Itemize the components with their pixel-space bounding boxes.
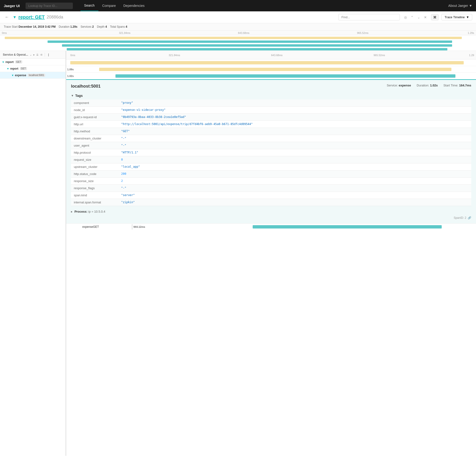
duration-value: 1.29s [70, 25, 77, 28]
trace-start-label: Trace Start [4, 25, 18, 28]
bottom-service-name: expense [82, 225, 93, 228]
span-bar-yellow-2 [99, 68, 452, 71]
ruler-0: 0ms [70, 54, 75, 57]
span-op-1: GET [15, 60, 23, 63]
detail-server-title: localhost:5001 [71, 84, 101, 89]
chevron-right-icon: ▸ [71, 210, 73, 213]
tag-value: 0 [118, 156, 471, 163]
tag-value: "zipkin" [118, 199, 471, 206]
detail-duration: Duration: 1.02s [416, 84, 438, 87]
ruler-965: 965.52ms [374, 54, 385, 57]
tag-value: "GET" [118, 128, 471, 135]
tag-key: guid:x-request-id [71, 114, 118, 121]
tag-key: span.kind [71, 192, 118, 199]
trace-view-selector[interactable]: Trace Timeline ▼ [442, 14, 472, 20]
tag-key: http.status_code [71, 170, 118, 178]
sort-icon[interactable]: ⌄ [30, 53, 32, 56]
tag-value: "http://localhost:5001/api/expense/trip/… [118, 121, 471, 128]
trace-collapse-icon[interactable]: ▼ [13, 15, 17, 19]
chevron-down-icon-3[interactable]: ▼ [11, 74, 14, 77]
tag-key: internal.span.format [71, 199, 118, 206]
find-target-icon[interactable]: ◎ [403, 14, 408, 20]
trace-header: ← ▼ report: GET 20886da ◎ ⌃ ⌄ ✕ ⌘ Trace … [0, 11, 476, 23]
ruler-0ms: 0ms [2, 32, 7, 34]
nav-links: Search Compare Dependencies [80, 0, 148, 11]
span-list-panel: Service & Operat... ⌄ ▸ ⇊ ⇉ ❙ ▼ report G… [0, 51, 66, 456]
span-bar-row-2: 1.09s [66, 66, 476, 73]
tag-key: http.protocol [71, 149, 118, 156]
services-value: 2 [92, 25, 94, 28]
find-controls: ◎ ⌃ ⌄ ✕ [403, 14, 428, 20]
tag-key: http.url [71, 121, 118, 128]
trace-meta: Trace Start December 14, 2019 3:42 PM Du… [0, 23, 476, 31]
bottom-span-duration: 944.12ms [133, 225, 145, 228]
total-spans-value: 4 [126, 25, 127, 28]
bottom-span-bar-container: 944.12ms [133, 224, 476, 230]
span-bar-row-1 [66, 59, 476, 66]
chevron-down-icon[interactable]: ▼ [2, 61, 5, 63]
nav-compare[interactable]: Compare [98, 0, 120, 11]
minimap-bar-1 [5, 37, 462, 39]
bottom-op-badge: GET [93, 225, 99, 228]
span-service-2: report [10, 67, 18, 70]
top-nav: Jaeger UI Search Compare Dependencies Ab… [0, 0, 476, 11]
keyboard-shortcut-icon[interactable]: ⌘ [431, 14, 439, 20]
tag-value: "expense-v1-sidecar-proxy" [118, 106, 471, 114]
nav-search[interactable]: Search [80, 0, 98, 11]
depth-value: 4 [105, 25, 107, 28]
expand-icon[interactable]: ▸ [33, 53, 35, 56]
tag-value: 2 [118, 178, 471, 185]
bottom-span-bar [253, 225, 442, 228]
tag-value: "0b49793a-8baa-4033-8b38-2cea1e0ef5ad" [118, 114, 471, 121]
find-prev-icon[interactable]: ⌃ [409, 14, 415, 20]
total-spans-label: Total Spans [110, 25, 125, 28]
nav-dependencies[interactable]: Dependencies [120, 0, 149, 11]
tag-value: "local_app" [118, 163, 471, 170]
process-section[interactable]: ▸ Process: ip = 10.5.0.4 [71, 210, 471, 213]
span-row-1[interactable]: ▼ report GET [0, 59, 66, 65]
tag-key: node_id [71, 106, 118, 114]
tag-value: "-" [118, 142, 471, 149]
span-op-3: localhost:5001 [28, 74, 45, 77]
collapse-all-icon[interactable]: ⇉ [40, 53, 42, 56]
tag-value: 200 [118, 170, 471, 178]
span-id-link-icon[interactable]: 🔗 [468, 216, 471, 220]
ruler-1290ms: 1.29s [468, 32, 474, 34]
about-jaeger[interactable]: About Jaeger ▼ [448, 4, 472, 8]
expand-all-icon[interactable]: ⇊ [36, 53, 39, 56]
trace-id: 20886da [47, 15, 63, 20]
tags-table: component"proxy"node_id"expense-v1-sidec… [71, 99, 471, 206]
tags-section-header[interactable]: ▼ Tags [71, 94, 471, 97]
span-bar-yellow-1 [70, 61, 464, 64]
span-bar-row-3[interactable]: 1.02s [66, 73, 476, 79]
column-header-text: Service & Operat... [3, 53, 28, 56]
trace-title: ▼ report: GET 20886da [13, 14, 335, 20]
minimap-bar-3 [62, 44, 452, 47]
bottom-span-left: expense GET [66, 224, 133, 229]
ruler-643ms: 643.68ms [238, 32, 249, 34]
drag-handle-icon[interactable]: ❙ [47, 53, 50, 56]
span-id-label: SpanID: 2 [454, 216, 466, 220]
span-row-2[interactable]: ▼ report GET [0, 65, 66, 72]
chevron-down-icon[interactable]: ▼ [7, 67, 9, 70]
tag-value: "-" [118, 135, 471, 142]
chevron-down-icon: ▼ [71, 94, 74, 97]
process-value: ip = 10.5.0.4 [88, 210, 105, 213]
trace-lookup-input[interactable] [26, 3, 73, 9]
span-bar-teal-3 [115, 74, 456, 78]
tags-label: Tags [75, 94, 83, 97]
ruler-643: 643.68ms [271, 54, 282, 57]
brand-logo: Jaeger UI [4, 4, 20, 8]
span-row-3[interactable]: ▼ expense localhost:5001 [0, 72, 66, 79]
find-input[interactable] [338, 14, 400, 20]
detail-start-time: Start Time: 164.7ms [443, 84, 471, 87]
tag-key: upstream_cluster [71, 163, 118, 170]
chevron-down-icon: ▼ [466, 15, 469, 19]
span-service-1: report [5, 60, 14, 64]
find-close-icon[interactable]: ✕ [423, 14, 428, 20]
right-panel: 0ms 321.84ms 643.68ms 965.52ms 1.29 1.09… [66, 51, 476, 456]
detail-meta: Service: expense Duration: 1.02s Start T… [387, 84, 471, 87]
back-button[interactable]: ← [4, 14, 10, 21]
detail-service-label: Service: expense [387, 84, 411, 87]
find-next-icon[interactable]: ⌄ [416, 14, 422, 20]
